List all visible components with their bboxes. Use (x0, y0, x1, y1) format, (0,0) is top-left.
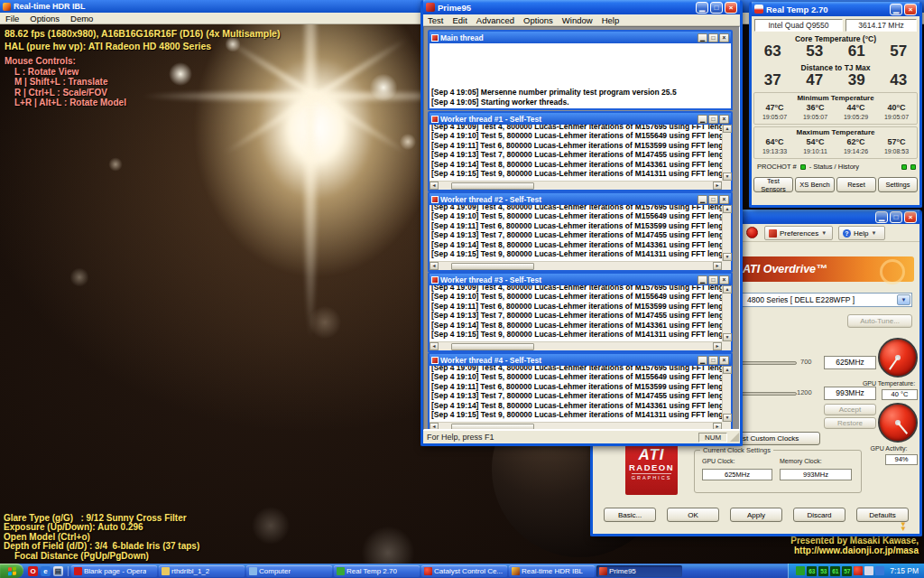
worker-4-titlebar[interactable]: Worker thread #4 - Self-Test ▁ □ × (430, 354, 731, 366)
realtemp-close-button[interactable]: × (904, 4, 917, 15)
help-button[interactable]: ? Help ▼ (838, 226, 885, 240)
quicklaunch-opera-icon[interactable]: O (28, 566, 38, 576)
menu-window[interactable]: Window (558, 15, 597, 25)
apply-button[interactable]: Apply (730, 508, 782, 522)
restore-button[interactable]: □ (708, 356, 718, 365)
menu-help[interactable]: Help (597, 15, 624, 25)
log-line: [Sep 4 19:13] Test 7, 800000 Lucas-Lehme… (431, 311, 722, 320)
minimize-button[interactable]: ▁ (698, 356, 707, 365)
help-icon: ? (843, 229, 851, 238)
horizontal-scrollbar[interactable]: ◄► (430, 261, 722, 270)
menu-test[interactable]: Test (423, 15, 448, 25)
show-desktop-icon[interactable]: ▤ (53, 566, 63, 576)
restore-button[interactable]: □ (708, 195, 718, 204)
close-button[interactable]: × (719, 195, 729, 204)
restore-button[interactable]: □ (708, 115, 718, 124)
close-button[interactable]: × (719, 275, 729, 284)
prime95-close-button[interactable]: × (725, 2, 737, 14)
prime95-titlebar[interactable]: Prime95 ▁ □ × (423, 0, 740, 14)
tray-core3-temp[interactable]: 57 (842, 566, 852, 576)
main-thread-titlebar[interactable]: Main thread ▁ □ × (430, 32, 731, 43)
horizontal-scrollbar[interactable]: ◄► (430, 422, 722, 430)
credit-overlay: Presented by Masaki Kawase, http://www.d… (790, 536, 919, 555)
taskbar-item-rthdribl-folder[interactable]: rthdribl_1_2 (159, 565, 245, 577)
restore-button[interactable]: □ (708, 275, 718, 284)
prime95-app-icon (426, 3, 435, 12)
log-line: [Sep 4 19:14] Test 8, 800000 Lucas-Lehme… (431, 240, 722, 249)
auto-tune-button[interactable]: Auto-Tune... (847, 314, 912, 328)
horizontal-scrollbar[interactable]: ◄► (430, 341, 722, 350)
scrollbar-thumb[interactable] (451, 424, 534, 431)
taskbar-item-realtemp[interactable]: Real Temp 2.70 (334, 565, 420, 577)
ok-button[interactable]: OK (667, 508, 719, 522)
vertical-scrollbar[interactable]: ▲▼ (722, 125, 731, 181)
max-temp: 54°C (795, 137, 836, 146)
taskbar-item-ccc[interactable]: Catalyst Control Ce... (421, 565, 507, 577)
vertical-scrollbar[interactable]: ▲▼ (722, 366, 731, 422)
scrollbar-thumb[interactable] (451, 343, 534, 350)
minimize-button[interactable]: ▁ (698, 195, 707, 204)
basic-button[interactable]: Basic... (604, 508, 656, 522)
scrollbar-thumb[interactable] (451, 182, 534, 190)
xs-bench-button[interactable]: XS Bench (795, 177, 835, 192)
tray-core1-temp[interactable]: 53 (818, 566, 828, 576)
worker-3-titlebar[interactable]: Worker thread #3 - Self-Test ▁ □ × (430, 274, 731, 285)
settings-button[interactable]: Settings (878, 177, 918, 192)
tray-realtemp-icon[interactable] (796, 566, 805, 575)
minimize-button[interactable]: ▁ (698, 33, 707, 42)
taskbar-clock[interactable]: 7:15 PM (890, 566, 919, 575)
scrollbar-thumb[interactable] (451, 263, 534, 270)
restore-button[interactable]: □ (708, 33, 718, 42)
taskbar-item-computer[interactable]: Computer (246, 565, 332, 577)
horizontal-scrollbar[interactable]: ◄► (430, 181, 722, 190)
chevron-down-icon[interactable]: ▼ (897, 294, 910, 305)
log-line: [Sep 4 19:11] Test 6, 800000 Lucas-Lehme… (431, 141, 722, 150)
prime95-maximize-button[interactable]: □ (710, 2, 723, 14)
ccc-maximize-button[interactable]: □ (890, 211, 902, 223)
min-temp: 44°C (836, 103, 876, 112)
worker-2-titlebar[interactable]: Worker thread #2 - Self-Test ▁ □ × (430, 193, 731, 205)
reset-button[interactable]: Reset (836, 177, 876, 192)
ati-logo-icon[interactable] (746, 227, 758, 238)
start-button[interactable] (0, 564, 23, 578)
gpu-clock-value-box[interactable]: 625MHz (824, 356, 876, 369)
menu-edit[interactable]: Edit (448, 15, 471, 25)
hdr-menu-file[interactable]: File (0, 14, 24, 23)
realtemp-titlebar[interactable]: Real Temp 2.70 ▁ × (752, 2, 919, 16)
taskbar-item-prime95[interactable]: Prime95 (596, 565, 682, 577)
menu-advanced[interactable]: Advanced (472, 15, 519, 25)
worker-1-titlebar[interactable]: Worker thread #1 - Self-Test ▁ □ × (430, 113, 731, 125)
minimize-button[interactable]: ▁ (698, 275, 707, 284)
accept-button[interactable]: Accept (824, 404, 876, 415)
taskbar-item-hdr[interactable]: Real-time HDR IBL (509, 565, 595, 577)
tray-core2-temp[interactable]: 61 (830, 566, 840, 576)
gpu-clock-current-value: 625MHz (702, 469, 772, 480)
discard-button[interactable]: Discard (793, 508, 845, 522)
realtemp-minimize-button[interactable]: ▁ (890, 4, 902, 15)
taskbar-item-opera[interactable]: Blank page - Opera (71, 565, 157, 577)
resize-grip[interactable] (730, 433, 739, 442)
hdr-menu-options[interactable]: Options (24, 14, 65, 23)
preferences-button[interactable]: Preferences ▼ (764, 226, 833, 240)
vertical-scrollbar[interactable]: ▲▼ (722, 285, 731, 341)
close-button[interactable]: × (719, 115, 729, 124)
ccc-minimize-button[interactable]: ▁ (875, 211, 888, 223)
prime95-minimize-button[interactable]: ▁ (696, 2, 708, 14)
menu-options[interactable]: Options (519, 15, 558, 25)
prime95-child-icon (431, 357, 439, 364)
tray-volume-icon[interactable] (864, 566, 873, 575)
tray-network-icon[interactable] (875, 566, 884, 575)
quicklaunch-browser-icon[interactable]: e (41, 566, 51, 576)
ccc-close-button[interactable]: × (904, 211, 917, 223)
hdr-menu-demo[interactable]: Demo (65, 14, 98, 23)
close-button[interactable]: × (719, 33, 729, 42)
tray-core0-temp[interactable]: 63 (807, 566, 817, 576)
test-sensors-button[interactable]: Test Sensors (753, 177, 793, 192)
restore-button[interactable]: Restore (824, 417, 876, 429)
memory-clock-value-box[interactable]: 993MHz (824, 387, 876, 400)
tray-ati-icon[interactable] (854, 566, 863, 575)
minimize-button[interactable]: ▁ (698, 115, 707, 124)
vertical-scrollbar[interactable]: ▲▼ (722, 205, 731, 261)
advanced-view-chevron-icon[interactable]: ▼▼ (900, 522, 907, 531)
close-button[interactable]: × (719, 356, 729, 365)
